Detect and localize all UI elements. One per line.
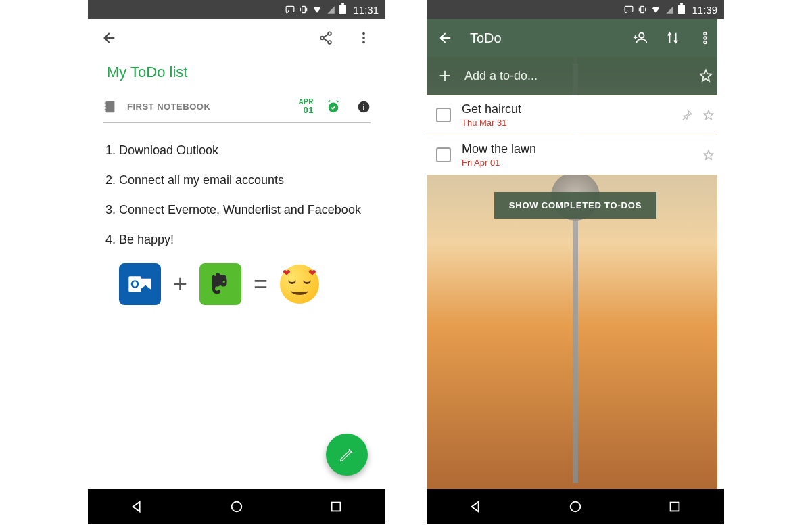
invite-button[interactable] [627,24,654,51]
no-sim-icon [326,5,335,14]
triangle-back-icon [469,499,483,514]
cast-icon [285,5,295,14]
android-nav-bar [88,489,385,524]
edit-fab[interactable] [326,434,368,476]
overflow-menu-button[interactable] [692,24,719,51]
svg-rect-15 [363,104,364,105]
equals-sign: = [254,260,268,308]
circle-home-icon [229,499,244,514]
svg-point-27 [704,41,707,44]
checkbox[interactable] [436,147,451,162]
arrow-left-icon [102,30,117,45]
svg-point-20 [232,502,242,512]
status-clock: 11:31 [353,4,379,16]
svg-rect-22 [625,6,634,12]
svg-rect-8 [106,101,115,112]
svg-point-25 [704,32,707,35]
arrow-left-icon [438,30,453,45]
svg-rect-14 [363,106,364,110]
notebook-name: FIRST NOTEBOOK [127,101,210,112]
plus-sign: + [173,260,187,308]
app-bar [88,19,385,57]
nav-home-button[interactable] [223,493,250,520]
nav-recent-button[interactable] [323,493,350,520]
svg-rect-11 [105,108,106,110]
share-button[interactable] [312,24,339,51]
no-sim-icon [665,5,674,14]
svg-point-6 [362,37,365,39]
evernote-icon [199,263,241,305]
notebook-icon [103,99,118,114]
svg-point-19 [223,281,225,283]
app-equation: + = ❤❤ [119,260,368,308]
star-icon[interactable] [698,68,713,83]
note-line: 2. Connect all my email accounts [105,168,368,192]
svg-rect-21 [331,503,340,511]
phone-right: 11:39 ToDo Add a to-do... Get haircut Th… [427,0,724,524]
circle-home-icon [568,499,583,514]
phone-left: 11:31 My ToDo list FIRST NOTEBOOK APR 01… [88,0,385,524]
vibrate-icon [299,5,308,14]
list-title[interactable]: ToDo [470,30,502,46]
note-body[interactable]: 1. Download Outlook 2. Connect all my em… [88,123,385,329]
status-bar: 11:39 [427,0,724,19]
todo-title: Mow the lawn [462,142,536,156]
svg-point-5 [362,32,365,35]
nav-back-button[interactable] [124,493,151,520]
status-bar: 11:31 [88,0,385,19]
reminder-day: 01 [304,106,314,114]
add-todo-placeholder: Add a to-do... [464,69,538,83]
checkbox[interactable] [436,108,451,122]
show-completed-button[interactable]: SHOW COMPLETED TO-DOS [494,192,656,219]
app-bar: ToDo [427,19,724,57]
info-icon[interactable] [357,100,371,114]
sort-az-icon [665,30,680,45]
overflow-menu-button[interactable] [350,24,377,51]
outlook-icon [119,263,161,305]
todo-date: Fri Apr 01 [462,158,536,168]
pencil-icon [338,446,356,463]
svg-point-7 [362,41,365,44]
star-icon[interactable] [702,109,715,121]
svg-rect-29 [670,503,679,511]
note-title[interactable]: My ToDo list [107,64,371,81]
note-line: 3. Connect Evernote, Wunderlist and Face… [105,198,368,222]
svg-point-24 [639,33,644,38]
svg-rect-9 [105,102,106,104]
add-todo-row[interactable]: Add a to-do... [427,57,724,95]
nav-back-button[interactable] [462,493,489,520]
triangle-back-icon [130,499,145,514]
battery-icon [339,5,346,14]
note-line: 4. Be happy! [105,227,368,252]
reminder-date[interactable]: APR 01 [298,99,314,114]
svg-rect-23 [641,6,644,12]
todo-item[interactable]: Mow the lawn Fri Apr 01 [427,135,724,175]
wifi-icon [651,5,661,14]
add-person-icon [633,30,648,45]
reminder-icon[interactable] [326,99,341,114]
back-button[interactable] [432,24,459,51]
sort-button[interactable] [659,24,686,51]
android-nav-bar [427,489,724,524]
status-clock: 11:39 [692,4,717,16]
scroll-edge [717,19,724,489]
todo-title: Get haircut [462,102,521,116]
nav-home-button[interactable] [562,493,589,520]
note-meta-row[interactable]: FIRST NOTEBOOK APR 01 [103,93,371,123]
wifi-icon [312,5,322,14]
square-recent-icon [667,499,682,514]
svg-point-28 [571,502,581,512]
svg-point-18 [133,281,137,287]
battery-icon [678,5,685,14]
status-icons [285,5,346,14]
share-icon [318,30,333,45]
star-icon[interactable] [702,149,715,161]
status-icons [624,5,685,14]
pin-icon[interactable] [681,109,693,121]
back-button[interactable] [96,24,123,51]
more-vert-icon [698,30,713,45]
nav-recent-button[interactable] [661,493,688,520]
love-emoji-icon: ❤❤ [280,265,319,304]
todo-item[interactable]: Get haircut Thu Mar 31 [427,95,724,135]
more-vert-icon [356,30,371,45]
